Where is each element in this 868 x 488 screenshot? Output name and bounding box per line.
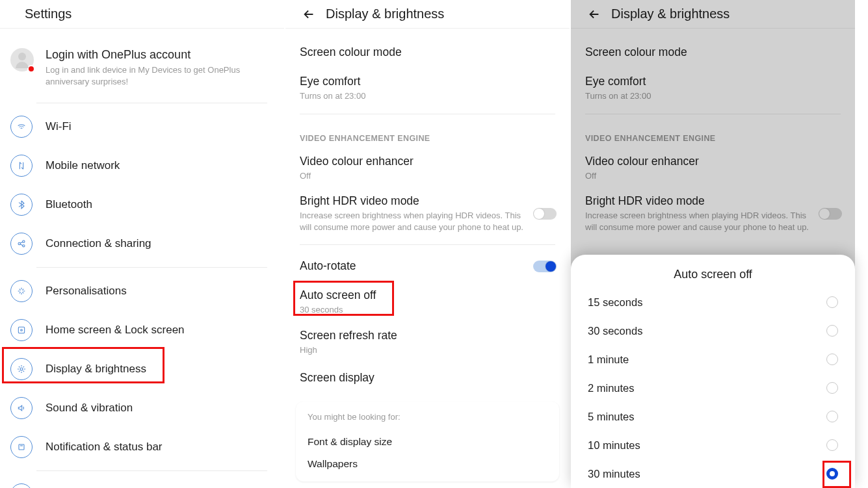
display-title: Display & brightness	[611, 6, 730, 21]
option-10m[interactable]: 10 minutes	[571, 431, 855, 459]
display-brightness-screen: Display & brightness Screen colour mode …	[285, 0, 570, 488]
svg-point-4	[21, 329, 23, 331]
option-1m[interactable]: 1 minute	[571, 345, 855, 374]
menu-display-brightness[interactable]: Display & brightness	[0, 350, 284, 389]
radio[interactable]	[826, 296, 838, 308]
menu-label: Display & brightness	[46, 363, 146, 376]
display-header: Display & brightness	[571, 0, 855, 29]
row-screen-colour[interactable]: Screen colour mode	[285, 36, 570, 68]
auto-rotate-toggle[interactable]	[533, 261, 557, 272]
notification-icon	[10, 436, 33, 458]
radio[interactable]	[826, 439, 838, 451]
menu-personalisations[interactable]: Personalisations	[0, 272, 284, 311]
row-video-colour-enhancer[interactable]: Video colour enhancer Off	[285, 148, 570, 188]
menu-notification-statusbar[interactable]: Notification & status bar	[0, 428, 284, 467]
menu-label: Personalisations	[46, 285, 127, 298]
divider	[36, 267, 267, 268]
option-30m[interactable]: 30 minutes	[571, 459, 855, 488]
menu-label: Sound & vibration	[46, 402, 133, 415]
option-30s[interactable]: 30 seconds	[571, 316, 855, 345]
mobile-network-icon	[10, 155, 33, 177]
section-video: VIDEO ENHANCEMENT ENGINE	[571, 120, 855, 148]
display-title: Display & brightness	[326, 6, 444, 21]
home-lock-icon	[10, 319, 33, 341]
divider	[36, 103, 267, 103]
auto-screen-off-sheet: Auto screen off 15 seconds 30 seconds 1 …	[571, 255, 855, 488]
display-brightness-icon	[10, 358, 33, 380]
row-screen-colour[interactable]: Screen colour mode	[571, 36, 855, 68]
account-title: Login with OnePlus account	[46, 48, 270, 62]
menu-mobile-network[interactable]: Mobile network	[0, 146, 284, 185]
hdr-toggle[interactable]	[819, 208, 842, 220]
menu-label: Notification & status bar	[46, 441, 163, 454]
display-header: Display & brightness	[285, 0, 570, 29]
divider	[300, 244, 555, 245]
settings-header: Settings	[0, 0, 284, 29]
menu-wifi[interactable]: Wi-Fi	[0, 107, 284, 146]
svg-rect-3	[18, 327, 24, 333]
sheet-title: Auto screen off	[571, 268, 855, 281]
menu-bluetooth[interactable]: Bluetooth	[0, 185, 284, 224]
option-15s[interactable]: 15 seconds	[571, 288, 855, 316]
settings-title: Settings	[25, 6, 72, 21]
menu-label: Bluetooth	[46, 198, 92, 211]
display-brightness-sheet-screen: Display & brightness Screen colour mode …	[571, 0, 855, 488]
divider	[36, 470, 267, 471]
suggestion-font[interactable]: Font & display size	[308, 431, 547, 453]
divider	[585, 114, 841, 114]
row-bright-hdr[interactable]: Bright HDR video mode Increase screen br…	[285, 188, 570, 239]
personalisations-icon	[10, 280, 33, 302]
svg-point-5	[20, 368, 23, 370]
avatar	[10, 48, 34, 71]
radio[interactable]	[826, 411, 838, 422]
menu-password-security[interactable]: Password & security	[0, 475, 284, 488]
radio[interactable]	[826, 325, 838, 337]
back-button[interactable]	[296, 1, 322, 27]
row-screen-refresh[interactable]: Screen refresh rate High	[285, 322, 570, 363]
notification-dot	[27, 65, 35, 73]
svg-rect-6	[19, 444, 24, 450]
sound-icon	[10, 397, 33, 419]
menu-label: Connection & sharing	[46, 237, 151, 250]
menu-label: Mobile network	[46, 159, 120, 172]
radio[interactable]	[826, 353, 838, 365]
menu-label: Wi-Fi	[46, 120, 72, 133]
menu-connection-sharing[interactable]: Connection & sharing	[0, 224, 284, 263]
wifi-icon	[10, 116, 33, 138]
radio-selected[interactable]	[826, 468, 838, 480]
settings-screen: Settings Login with OnePlus account Log …	[0, 0, 284, 488]
suggestion-card: You might be looking for: Font & display…	[296, 402, 559, 482]
bluetooth-icon	[10, 194, 33, 216]
menu-home-lock[interactable]: Home screen & Lock screen	[0, 311, 284, 350]
back-button[interactable]	[581, 1, 607, 27]
radio[interactable]	[826, 382, 838, 394]
suggestion-wallpapers[interactable]: Wallpapers	[308, 453, 547, 475]
hdr-toggle[interactable]	[533, 208, 557, 220]
divider	[300, 114, 555, 114]
row-auto-screen-off[interactable]: Auto screen off 30 seconds	[285, 282, 570, 322]
section-video: VIDEO ENHANCEMENT ENGINE	[285, 120, 570, 148]
account-sub: Log in and link device in My Devices to …	[46, 64, 270, 87]
row-eye-comfort[interactable]: Eye comfort Turns on at 23:00	[571, 68, 855, 109]
menu-sound-vibration[interactable]: Sound & vibration	[0, 389, 284, 428]
menu-label: Home screen & Lock screen	[46, 324, 185, 337]
lock-icon	[10, 483, 33, 488]
row-eye-comfort[interactable]: Eye comfort Turns on at 23:00	[285, 68, 570, 109]
row-auto-rotate[interactable]: Auto-rotate	[285, 250, 570, 282]
option-2m[interactable]: 2 minutes	[571, 374, 855, 402]
connection-sharing-icon	[10, 233, 33, 255]
row-bright-hdr[interactable]: Bright HDR video mode Increase screen br…	[571, 188, 855, 239]
row-video-colour-enhancer[interactable]: Video colour enhancer Off	[571, 148, 855, 188]
row-screen-display[interactable]: Screen display	[285, 362, 570, 394]
option-5m[interactable]: 5 minutes	[571, 402, 855, 431]
login-account-row[interactable]: Login with OnePlus account Log in and li…	[0, 36, 284, 99]
suggestion-hint: You might be looking for:	[308, 412, 547, 422]
